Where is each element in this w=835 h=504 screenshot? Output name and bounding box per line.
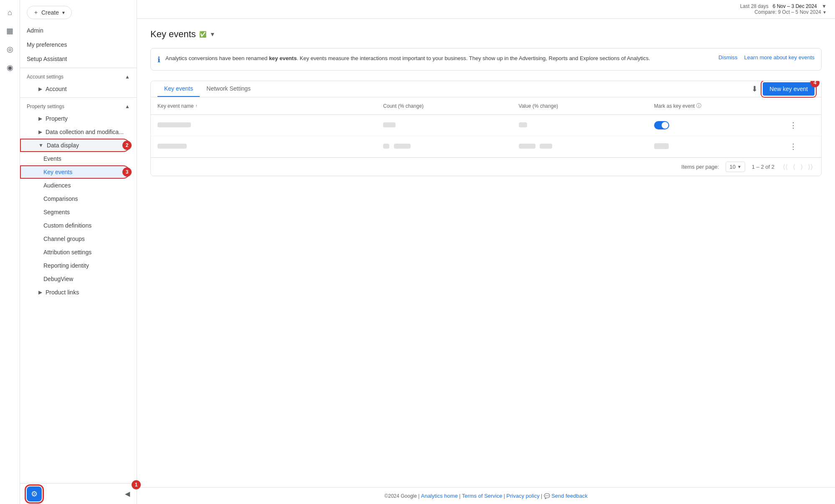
title-dropdown-icon[interactable]: ▼	[210, 31, 216, 38]
sidebar-item-channel-groups[interactable]: Channel groups	[20, 232, 137, 246]
chevron-right-icon-4: ▶	[38, 289, 42, 295]
tab-network-settings[interactable]: Network Settings	[200, 81, 257, 97]
sidebar-item-setup[interactable]: Setup Assistant	[20, 52, 137, 66]
chart-icon[interactable]: ▦	[3, 23, 18, 38]
sidebar-item-property[interactable]: ▶ Property	[20, 112, 137, 125]
property-settings-label: Property settings	[27, 104, 64, 109]
tab-key-events[interactable]: Key events	[157, 81, 200, 97]
sidebar-item-events[interactable]: Events	[20, 152, 137, 165]
tabs-actions: ⬇ New key event 4	[751, 82, 815, 96]
new-key-event-button[interactable]: New key event	[763, 82, 815, 96]
sidebar-item-product-links[interactable]: ▶ Product links	[20, 286, 137, 299]
sidebar-item-audiences[interactable]: Audiences	[20, 179, 137, 192]
sidebar-item-preferences[interactable]: My preferences	[20, 38, 137, 52]
property-settings-section: Property settings ▲	[20, 99, 137, 112]
step-badge-2: 2	[122, 141, 132, 150]
info-icon-col[interactable]: ⓘ	[696, 102, 701, 109]
new-key-event-wrapper: New key event 4	[763, 82, 815, 96]
create-button[interactable]: ＋ Create ▼	[27, 6, 72, 19]
terms-link[interactable]: Terms of Service	[462, 493, 503, 499]
items-per-page-select[interactable]: 10 ▼	[726, 162, 745, 172]
custom-definitions-label: Custom definitions	[43, 222, 91, 229]
collapse-sidebar-button[interactable]: ◀	[125, 490, 130, 498]
copyright-text: ©2024 Google	[384, 493, 417, 499]
row2-count-blurred	[383, 144, 389, 149]
row2-value-blurred2	[540, 144, 552, 149]
sidebar-item-key-events[interactable]: Key events 3	[20, 165, 130, 179]
attribution-label: Attribution settings	[43, 249, 91, 256]
plus-icon: ＋	[33, 9, 39, 16]
sidebar-item-debugview[interactable]: DebugView	[20, 272, 137, 286]
table-row: ⋮	[151, 115, 821, 136]
date-range-dates: 6 Nov – 3 Dec 2024	[773, 3, 817, 9]
row1-value	[519, 122, 654, 129]
next-page-button[interactable]: ⟩	[799, 161, 805, 172]
sidebar-item-admin[interactable]: Admin	[20, 23, 137, 38]
sidebar-item-reporting-identity[interactable]: Reporting identity	[20, 259, 137, 272]
sidebar-item-segments[interactable]: Segments	[20, 205, 137, 219]
select-dropdown-icon: ▼	[737, 165, 741, 169]
first-page-button[interactable]: ⟨⟨	[781, 161, 789, 172]
info-banner: ℹ Analytics conversions have been rename…	[150, 48, 822, 71]
sidebar-bottom: ⚙ 1 ◀	[20, 483, 137, 504]
last-page-button[interactable]: ⟩⟩	[806, 161, 815, 172]
row2-more[interactable]: ⋮	[789, 142, 815, 151]
row2-toggle[interactable]	[654, 143, 789, 150]
row1-name-blurred	[157, 122, 191, 127]
sidebar-item-attribution[interactable]: Attribution settings	[20, 246, 137, 259]
dismiss-link[interactable]: Dismiss	[718, 54, 738, 61]
comparisons-label: Comparisons	[43, 195, 78, 202]
chevron-down-icon: ▼	[38, 142, 43, 148]
product-links-label: Product links	[46, 289, 79, 296]
channel-groups-label: Channel groups	[43, 236, 85, 242]
antenna-icon[interactable]: ◉	[3, 60, 18, 75]
date-range-label: Last 28 days	[740, 3, 769, 9]
privacy-link[interactable]: Privacy policy	[506, 493, 539, 499]
date-dropdown-icon[interactable]: ▼	[822, 3, 827, 9]
target-icon[interactable]: ◎	[3, 42, 18, 57]
sidebar-item-data-display[interactable]: ▼ Data display 2	[20, 139, 130, 152]
sidebar-item-custom-definitions[interactable]: Custom definitions	[20, 219, 137, 232]
learn-more-link[interactable]: Learn more about key events	[744, 54, 815, 61]
sidebar-item-data-collection[interactable]: ▶ Data collection and modifica...	[20, 125, 137, 139]
analytics-home-link[interactable]: Analytics home	[421, 493, 458, 499]
page-range: 1 – 2 of 2	[752, 164, 774, 170]
table-header: Key event name ↑ Count (% change) Value …	[151, 97, 821, 115]
feedback-icon: 💬	[544, 493, 550, 499]
check-circle-icon: ✅	[199, 31, 206, 38]
home-icon[interactable]: ⌂	[3, 5, 18, 20]
key-events-wrapper: Key events 3	[20, 165, 137, 179]
col-mark-key-event: Mark as key event ⓘ	[654, 102, 789, 109]
compare-dropdown-icon[interactable]: ▼	[822, 10, 827, 15]
sidebar-item-comparisons[interactable]: Comparisons	[20, 192, 137, 205]
send-feedback-link[interactable]: Send feedback	[551, 493, 588, 499]
key-events-table-container: Key events Network Settings ⬇ New key ev…	[150, 81, 822, 176]
prev-page-button[interactable]: ⟨	[791, 161, 797, 172]
account-settings-section: Account settings ▲	[20, 70, 137, 82]
row1-toggle[interactable]	[654, 121, 789, 129]
row1-more[interactable]: ⋮	[789, 121, 815, 130]
more-options-icon-2[interactable]: ⋮	[789, 142, 797, 151]
property-label: Property	[46, 115, 68, 122]
more-options-icon-1[interactable]: ⋮	[789, 121, 797, 129]
data-display-label: Data display	[47, 142, 79, 149]
row2-count-blurred2	[394, 144, 411, 149]
row1-count	[383, 122, 518, 129]
sidebar-item-account[interactable]: ▶ Account	[20, 82, 137, 96]
main-content: Last 28 days 6 Nov – 3 Dec 2024 ▼ Compar…	[137, 0, 835, 504]
chevron-right-icon-3: ▶	[38, 129, 42, 135]
toggle-on-icon[interactable]	[654, 121, 669, 129]
row2-name	[157, 144, 383, 150]
data-display-section: ▼ Data display 2	[20, 139, 137, 152]
row2-name-blurred	[157, 144, 187, 149]
chevron-right-icon-2: ▶	[38, 116, 42, 122]
download-icon[interactable]: ⬇	[751, 84, 758, 94]
admin-label: Admin	[27, 27, 43, 34]
account-label: Account	[46, 86, 67, 92]
data-collection-label: Data collection and modifica...	[46, 129, 124, 135]
account-settings-label: Account settings	[27, 74, 63, 80]
sidebar-header: ＋ Create ▼	[20, 0, 137, 23]
settings-gear-icon[interactable]: ⚙ 1	[27, 486, 42, 501]
col-actions	[789, 102, 815, 109]
sort-icon[interactable]: ↑	[195, 104, 198, 108]
